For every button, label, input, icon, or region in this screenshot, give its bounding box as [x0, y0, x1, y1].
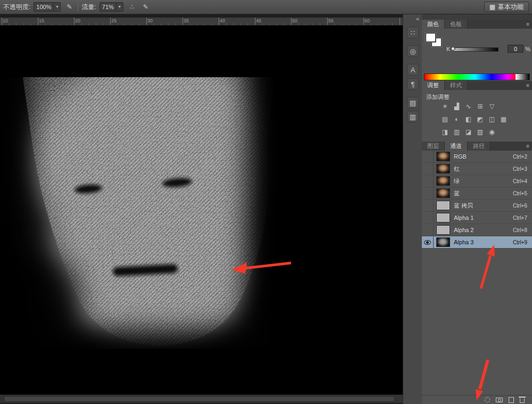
hue-saturation-icon[interactable]: ▤ [441, 116, 449, 123]
adjustment-icon-row: ☀ ▟ ∿ ⊞ ▽ [441, 103, 496, 111]
channels-panel-header: 图层 通道 路径 ≡ [422, 142, 532, 151]
vibrance-icon[interactable]: ▽ [488, 103, 496, 111]
channel-name: 蓝 [454, 189, 460, 197]
selective-color-icon[interactable]: ◉ [488, 128, 496, 136]
tab-adjustments[interactable]: 调整 [422, 81, 445, 90]
opacity-value[interactable]: 100% [34, 3, 53, 11]
tab-paths[interactable]: 路径 [468, 142, 491, 151]
delete-channel-icon[interactable] [520, 398, 525, 403]
channel-row-blue[interactable]: 蓝 Ctrl+5 [422, 187, 532, 200]
channel-mixer-icon[interactable]: ◫ [488, 116, 496, 123]
channel-thumbnail [436, 176, 450, 186]
add-adjustment-label: 添加调整 [426, 93, 450, 101]
channel-thumbnail [436, 164, 450, 174]
tab-styles[interactable]: 样式 [445, 81, 468, 90]
info-panel-icon[interactable]: ▤ [407, 97, 419, 109]
invert-icon[interactable]: ◨ [441, 128, 449, 136]
ruler-tick-label: 40 [220, 18, 225, 23]
tab-channels[interactable]: 通道 [445, 142, 468, 151]
chevron-down-icon[interactable]: ▾ [53, 3, 60, 11]
panel-icon-dock: « ∷ ◎ A ¶ ▤ ▥ [403, 14, 422, 404]
workspace-button[interactable]: ▦ 基本功能 [484, 2, 529, 12]
gradient-map-icon[interactable]: ▧ [476, 128, 484, 136]
visibility-toggle[interactable] [422, 163, 434, 175]
alpha-channel-face-image [0, 77, 337, 349]
posterize-icon[interactable]: ▥ [453, 128, 461, 136]
adjustments-panel-header: 调整 样式 ≡ [422, 81, 532, 90]
chevron-down-icon[interactable]: ▾ [116, 3, 123, 11]
channel-row-red[interactable]: 红 Ctrl+3 [422, 163, 532, 175]
exposure-icon[interactable]: ⊞ [476, 103, 484, 111]
channel-name: 红 [454, 165, 460, 173]
visibility-toggle[interactable] [422, 175, 434, 187]
curves-icon[interactable]: ∿ [464, 103, 472, 111]
grayscale-ramp-end[interactable] [516, 74, 529, 80]
pen-pressure-size-icon[interactable]: ✎ [140, 2, 151, 12]
notes-panel-icon[interactable]: ▥ [407, 111, 419, 122]
channels-panel-footer [422, 395, 532, 404]
channel-thumbnail [436, 225, 450, 235]
scrollbar-thumb[interactable] [4, 396, 395, 402]
panel-menu-icon[interactable]: ≡ [526, 20, 529, 29]
visibility-toggle[interactable] [422, 224, 434, 236]
color-panel: 颜色 色板 ≡ K 0 % [422, 20, 532, 84]
channel-shortcut: Ctrl+6 [513, 203, 532, 209]
color-panel-header: 颜色 色板 ≡ [422, 20, 532, 29]
horizontal-scrollbar[interactable] [0, 394, 403, 403]
k-slider-track[interactable] [453, 47, 498, 52]
brightness-contrast-icon[interactable]: ☀ [441, 103, 449, 111]
panel-menu-icon[interactable]: ≡ [526, 81, 529, 90]
character-panel-icon[interactable]: A [407, 64, 419, 76]
save-selection-icon[interactable] [496, 398, 503, 402]
threshold-icon[interactable]: ◪ [464, 128, 472, 136]
ruler-tick-label: 60 [364, 18, 370, 23]
flow-dropdown[interactable]: 71% ▾ [99, 2, 123, 12]
black-white-icon[interactable]: ◧ [464, 116, 472, 123]
paragraph-panel-icon[interactable]: ¶ [407, 78, 419, 90]
channel-row-alpha1[interactable]: Alpha 1 Ctrl+7 [422, 212, 532, 224]
photo-filter-icon[interactable]: ◩ [476, 116, 484, 123]
color-balance-icon[interactable]: ◐ [453, 116, 461, 123]
foreground-color-swatch[interactable] [426, 33, 436, 42]
color-lookup-icon[interactable]: ▦ [500, 116, 508, 123]
workspace-label: 基本功能 [498, 3, 523, 12]
visibility-toggle[interactable] [422, 187, 434, 199]
channel-row-blue-copy[interactable]: 蓝 拷贝 Ctrl+6 [422, 200, 532, 212]
tab-swatches[interactable]: 色板 [445, 20, 468, 29]
channel-name: RGB [454, 153, 467, 160]
load-selection-icon[interactable] [485, 397, 490, 402]
visibility-toggle[interactable] [422, 200, 434, 211]
flow-label: 流量: [81, 3, 96, 12]
brush-presets-panel-icon[interactable]: ∷ [407, 27, 419, 38]
new-channel-icon[interactable] [509, 397, 514, 403]
k-value-field[interactable]: 0 [508, 45, 523, 53]
channel-thumbnail [436, 188, 450, 198]
panel-menu-icon[interactable]: ≡ [526, 142, 529, 151]
tab-layers[interactable]: 图层 [422, 142, 445, 151]
collapse-dock-icon[interactable]: « [416, 15, 419, 22]
channel-name: Alpha 2 [454, 227, 473, 233]
opacity-dropdown[interactable]: 100% ▾ [34, 2, 61, 12]
adjustment-icon-row: ▤ ◐ ◧ ◩ ◫ ▦ [441, 116, 508, 123]
document-canvas[interactable] [0, 26, 403, 394]
levels-icon[interactable]: ▟ [453, 103, 461, 111]
clone-source-panel-icon[interactable]: ◎ [407, 45, 419, 57]
channel-row-rgb[interactable]: RGB Ctrl+2 [422, 151, 532, 163]
channel-name: Alpha 3 [454, 239, 473, 245]
airbrush-icon[interactable]: ∴ [127, 2, 137, 12]
channel-shortcut: Ctrl+9 [513, 240, 532, 245]
channel-row-alpha3[interactable]: Alpha 3 Ctrl+9 [422, 236, 532, 249]
channel-row-alpha2[interactable]: Alpha 2 Ctrl+8 [422, 224, 532, 236]
color-spectrum-ramp[interactable] [424, 73, 530, 80]
tab-color[interactable]: 颜色 [422, 20, 445, 29]
visibility-toggle[interactable] [422, 236, 434, 248]
visibility-toggle[interactable] [422, 151, 434, 162]
eye-icon [424, 240, 431, 245]
ruler-tick-label: 15 [39, 18, 44, 23]
horizontal-ruler[interactable]: 10 15 20 25 30 35 40 45 50 55 60 [0, 18, 403, 26]
pen-pressure-opacity-icon[interactable]: ✎ [64, 2, 74, 12]
toolbar-separator [78, 2, 78, 12]
visibility-toggle[interactable] [422, 212, 434, 224]
flow-value[interactable]: 71% [100, 3, 116, 11]
channel-row-green[interactable]: 绿 Ctrl+4 [422, 175, 532, 187]
